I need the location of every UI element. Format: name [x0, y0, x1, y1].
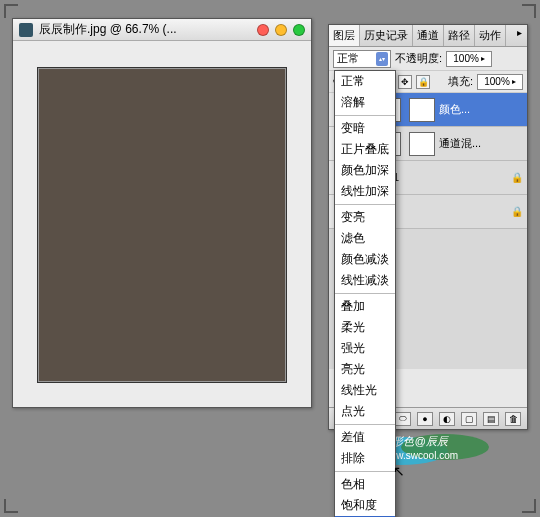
tab-channels[interactable]: 通道 [413, 25, 444, 46]
trash-icon[interactable]: 🗑 [505, 412, 521, 426]
layer-name[interactable]: 颜色... [439, 102, 523, 117]
document-window: 辰辰制作.jpg @ 66.7% (... [12, 18, 312, 408]
dd-item-dissolve[interactable]: 溶解 [335, 92, 395, 113]
dd-item-colordodge[interactable]: 颜色减淡 [335, 249, 395, 270]
dd-item-colorburn[interactable]: 颜色加深 [335, 160, 395, 181]
blend-mode-current: 正常 [337, 51, 359, 66]
mask-thumb[interactable] [409, 98, 435, 122]
panel-menu-icon[interactable]: ▸ [512, 25, 527, 46]
dd-item-pinlight[interactable]: 点光 [335, 401, 395, 422]
lock-icon: 🔒 [511, 206, 523, 217]
tab-actions[interactable]: 动作 [475, 25, 506, 46]
dd-item-hardlight[interactable]: 强光 [335, 338, 395, 359]
tab-layers[interactable]: 图层 [329, 25, 360, 47]
tab-history[interactable]: 历史记录 [360, 25, 413, 46]
opacity-input[interactable]: 100%▸ [446, 51, 492, 67]
blend-mode-row: 正常 ▴▾ 不透明度: 100%▸ [329, 47, 527, 71]
minimize-icon[interactable] [275, 24, 287, 36]
dd-item-darken[interactable]: 变暗 [335, 118, 395, 139]
dd-item-exclusion[interactable]: 排除 [335, 448, 395, 469]
svg-text:形色@辰辰: 形色@辰辰 [392, 435, 448, 447]
dd-item-softlight[interactable]: 柔光 [335, 317, 395, 338]
fill-input[interactable]: 100%▸ [477, 74, 523, 90]
mask-thumb[interactable] [409, 132, 435, 156]
fill-label: 填充: [448, 74, 473, 89]
select-arrows-icon: ▴▾ [376, 52, 388, 66]
dd-item-linearburn[interactable]: 线性加深 [335, 181, 395, 202]
dd-item-screen[interactable]: 滤色 [335, 228, 395, 249]
dd-item-normal[interactable]: 正常 [335, 71, 395, 92]
tab-paths[interactable]: 路径 [444, 25, 475, 46]
panel-tabs: 图层 历史记录 通道 路径 动作 ▸ [329, 25, 527, 47]
canvas[interactable] [37, 67, 287, 383]
dd-item-hue[interactable]: 色相 [335, 474, 395, 495]
dd-item-lighten[interactable]: 变亮 [335, 207, 395, 228]
dd-item-saturation[interactable]: 饱和度 [335, 495, 395, 516]
lock-position-icon[interactable]: ✥ [398, 75, 412, 89]
lock-icon: 🔒 [511, 172, 523, 183]
close-icon[interactable] [257, 24, 269, 36]
lock-all-icon[interactable]: 🔒 [416, 75, 430, 89]
dd-item-linearlight[interactable]: 线性光 [335, 380, 395, 401]
blend-mode-dropdown[interactable]: 正常 溶解 变暗 正片叠底 颜色加深 线性加深 变亮 滤色 颜色减淡 线性减淡 … [334, 70, 396, 517]
zoom-icon[interactable] [293, 24, 305, 36]
opacity-label: 不透明度: [395, 51, 442, 66]
dd-item-vividlight[interactable]: 亮光 [335, 359, 395, 380]
document-titlebar[interactable]: 辰辰制作.jpg @ 66.7% (... [13, 19, 311, 41]
document-title: 辰辰制作.jpg @ 66.7% (... [39, 21, 177, 38]
dd-item-multiply[interactable]: 正片叠底 [335, 139, 395, 160]
file-icon [19, 23, 33, 37]
blend-mode-select[interactable]: 正常 ▴▾ [333, 50, 391, 68]
dd-item-difference[interactable]: 差值 [335, 427, 395, 448]
dd-item-lineardodge[interactable]: 线性减淡 [335, 270, 395, 291]
layer-name[interactable]: 通道混... [439, 136, 523, 151]
dd-item-overlay[interactable]: 叠加 [335, 296, 395, 317]
